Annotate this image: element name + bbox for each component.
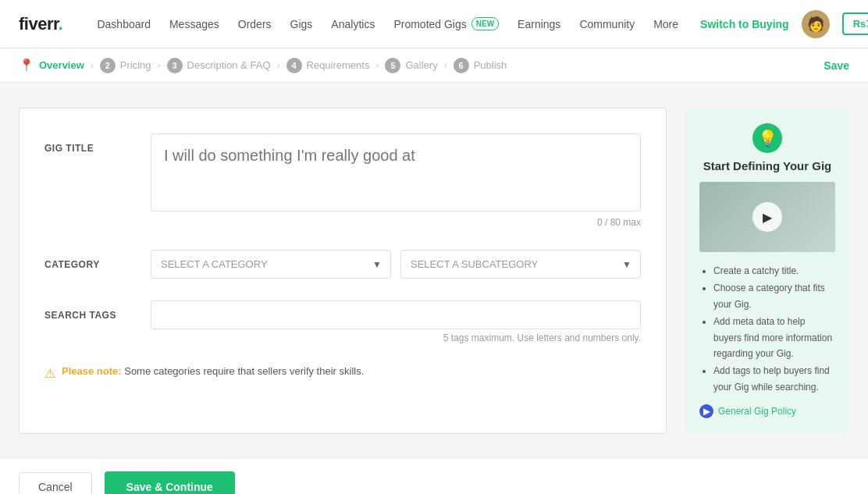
note-text: Please note: Some categories require tha… xyxy=(62,365,364,377)
gig-title-label: GIG TITLE xyxy=(44,133,138,154)
subcategory-select-wrapper: SELECT A SUBCATEGORY ▼ xyxy=(400,250,641,279)
lightbulb-icon: 💡 xyxy=(752,123,782,153)
top-navigation: fiverr. Dashboard Messages Orders Gigs A… xyxy=(0,0,868,48)
step-description[interactable]: 3 Description & FAQ xyxy=(167,58,271,73)
gig-title-row: GIG TITLE 0 / 80 max xyxy=(44,133,641,228)
sidebar-icon-area: 💡 xyxy=(699,123,835,153)
arrow-1: › xyxy=(91,60,94,71)
search-tags-row: SEARCH TAGS 5 tags maximum. Use letters … xyxy=(44,300,641,343)
main-content: GIG TITLE 0 / 80 max CATEGORY SELECT A C… xyxy=(0,83,868,459)
arrow-3: › xyxy=(277,60,280,71)
step-publish-circle: 6 xyxy=(454,58,469,73)
play-button[interactable]: ▶ xyxy=(752,202,782,232)
nav-analytics[interactable]: Analytics xyxy=(331,18,375,30)
step-description-circle: 3 xyxy=(167,58,183,73)
step-pricing-circle: 2 xyxy=(100,58,116,73)
category-select[interactable]: SELECT A CATEGORY xyxy=(151,250,391,279)
step-publish[interactable]: 6 Publish xyxy=(454,58,507,73)
char-count: 0 / 80 max xyxy=(151,217,641,228)
nav-right: Switch to Buying 🧑 Rs7,293.32 xyxy=(700,10,868,38)
step-gallery[interactable]: 5 Gallery xyxy=(385,58,437,73)
step-gallery-circle: 5 xyxy=(385,58,400,73)
step-requirements[interactable]: 4 Requirements xyxy=(286,58,370,73)
search-tags-input[interactable] xyxy=(151,300,641,329)
tags-hint: 5 tags maximum. Use letters and numbers … xyxy=(151,332,641,343)
step-overview-label: Overview xyxy=(39,59,84,71)
bottom-actions: Cancel Save & Continue xyxy=(0,459,868,494)
breadcrumb-bar: 📍 Overview › 2 Pricing › 3 Description &… xyxy=(0,48,868,83)
tip-4: Add tags to help buyers find your Gig wh… xyxy=(713,363,835,395)
nav-promoted-gigs[interactable]: Promoted Gigs NEW xyxy=(393,17,499,30)
warning-icon: ⚠ xyxy=(44,366,55,381)
step-overview[interactable]: 📍 Overview xyxy=(19,58,84,73)
breadcrumb-steps: 📍 Overview › 2 Pricing › 3 Description &… xyxy=(19,58,507,73)
note-body: Some categories require that sellers ver… xyxy=(124,365,364,377)
category-row: CATEGORY SELECT A CATEGORY ▼ SELECT A SU… xyxy=(44,250,641,279)
note-row: ⚠ Please note: Some categories require t… xyxy=(44,365,641,381)
note-label: Please note: xyxy=(62,365,122,377)
video-thumbnail[interactable]: ▶ xyxy=(699,182,835,252)
step-pricing[interactable]: 2 Pricing xyxy=(100,58,151,73)
step-publish-label: Publish xyxy=(474,59,507,71)
nav-more[interactable]: More xyxy=(653,18,678,30)
arrow-5: › xyxy=(444,60,447,71)
nav-messages[interactable]: Messages xyxy=(169,18,219,30)
tip-1: Create a catchy title. xyxy=(713,263,835,279)
save-link[interactable]: Save xyxy=(824,59,849,72)
tip-2: Choose a category that fits your Gig. xyxy=(713,280,835,312)
nav-gigs[interactable]: Gigs xyxy=(290,18,313,30)
balance-button[interactable]: Rs7,293.32 xyxy=(842,12,868,35)
avatar[interactable]: 🧑 xyxy=(802,10,830,38)
fiverr-logo[interactable]: fiverr. xyxy=(19,14,62,34)
sidebar-card: 💡 Start Defining Your Gig ▶ Create a cat… xyxy=(685,108,849,434)
step-overview-icon: 📍 xyxy=(19,58,34,73)
step-gallery-label: Gallery xyxy=(405,59,437,71)
form-panel: GIG TITLE 0 / 80 max CATEGORY SELECT A C… xyxy=(19,108,667,434)
policy-icon: ▶ xyxy=(699,404,713,418)
step-description-label: Description & FAQ xyxy=(187,59,271,71)
sidebar-title: Start Defining Your Gig xyxy=(699,159,835,172)
gig-title-field: 0 / 80 max xyxy=(151,133,641,228)
category-label: CATEGORY xyxy=(44,250,138,270)
category-select-wrapper: SELECT A CATEGORY ▼ xyxy=(151,250,391,279)
sidebar-tips: Create a catchy title. Choose a category… xyxy=(699,263,835,395)
category-selects: SELECT A CATEGORY ▼ SELECT A SUBCATEGORY… xyxy=(151,250,641,279)
nav-earnings[interactable]: Earnings xyxy=(518,18,560,30)
tip-3: Add meta data to help buyers find more i… xyxy=(713,314,835,361)
search-tags-field: 5 tags maximum. Use letters and numbers … xyxy=(151,300,641,343)
switch-buying-button[interactable]: Switch to Buying xyxy=(700,18,789,30)
arrow-4: › xyxy=(375,60,379,71)
nav-dashboard[interactable]: Dashboard xyxy=(97,18,151,30)
gig-title-input[interactable] xyxy=(151,133,641,211)
sidebar-panel: 💡 Start Defining Your Gig ▶ Create a cat… xyxy=(685,108,849,434)
arrow-2: › xyxy=(158,60,161,71)
cancel-button[interactable]: Cancel xyxy=(19,472,92,494)
save-continue-button[interactable]: Save & Continue xyxy=(105,471,235,494)
step-requirements-circle: 4 xyxy=(286,58,302,73)
policy-link-label: General Gig Policy xyxy=(718,406,796,417)
step-pricing-label: Pricing xyxy=(120,59,151,71)
search-tags-label: SEARCH TAGS xyxy=(44,300,138,321)
new-badge: NEW xyxy=(471,17,499,30)
subcategory-select[interactable]: SELECT A SUBCATEGORY xyxy=(400,250,641,279)
nav-community[interactable]: Community xyxy=(579,18,635,30)
nav-orders[interactable]: Orders xyxy=(238,18,272,30)
policy-link[interactable]: ▶ General Gig Policy xyxy=(699,404,835,418)
nav-links: Dashboard Messages Orders Gigs Analytics… xyxy=(97,17,678,30)
step-requirements-label: Requirements xyxy=(307,59,370,71)
